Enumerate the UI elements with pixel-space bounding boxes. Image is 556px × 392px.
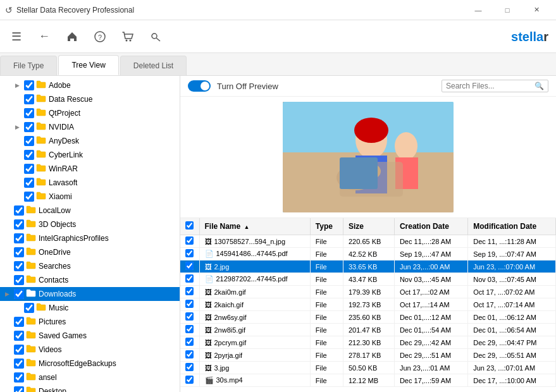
- sidebar-item-contacts[interactable]: Contacts: [0, 273, 180, 287]
- tree-check-downloads[interactable]: [14, 289, 24, 299]
- sidebar-item-anydesk[interactable]: AnyDesk: [0, 134, 180, 148]
- col-type[interactable]: Type: [310, 218, 343, 235]
- row-checkbox[interactable]: [185, 262, 194, 270]
- maximize-button[interactable]: □: [493, 0, 522, 20]
- sidebar-item-onedrive[interactable]: OneDrive: [0, 245, 180, 259]
- help-icon[interactable]: ?: [91, 28, 109, 46]
- sidebar-label-desktop: Desktop: [39, 387, 66, 392]
- row-checkbox[interactable]: [185, 274, 194, 283]
- key-icon[interactable]: [147, 28, 164, 46]
- tree-check-videos[interactable]: [14, 345, 24, 355]
- sidebar-item-searches[interactable]: Searches: [0, 259, 180, 273]
- sidebar-item-qtproject[interactable]: QtProject: [0, 106, 180, 120]
- row-checkbox[interactable]: [185, 325, 194, 333]
- col-name[interactable]: File Name ▲: [199, 218, 310, 235]
- tree-check-anydesk[interactable]: [24, 136, 34, 146]
- tree-check-nvidia[interactable]: [24, 122, 34, 132]
- sidebar-item-intel-profiles[interactable]: IntelGraphicsProfiles: [0, 231, 180, 245]
- table-row[interactable]: 🖼2nw8i5.gifFile201.47 KBDec 01,...:54 AM…: [180, 324, 556, 336]
- tree-check-pictures[interactable]: [14, 317, 24, 327]
- tree-check-qtproject[interactable]: [24, 108, 34, 118]
- row-checkbox[interactable]: [185, 338, 194, 346]
- minimize-button[interactable]: —: [464, 0, 493, 20]
- tree-check-cyberlink[interactable]: [24, 150, 34, 160]
- row-checkbox[interactable]: [185, 236, 194, 245]
- sidebar-item-adobe[interactable]: ▶ Adobe: [0, 78, 180, 92]
- tree-check-adobe[interactable]: [24, 80, 34, 90]
- tree-check-onedrive[interactable]: [14, 247, 24, 257]
- row-checkbox[interactable]: [185, 249, 194, 257]
- sidebar-item-xiaomi[interactable]: Xiaomi: [0, 190, 180, 204]
- tree-check-lavasoft[interactable]: [24, 178, 34, 188]
- sidebar-item-cyberlink[interactable]: CyberLink: [0, 148, 180, 162]
- row-checkbox[interactable]: [185, 300, 194, 308]
- col-created[interactable]: Creation Date: [394, 218, 467, 235]
- preview-img: [283, 102, 454, 212]
- tree-check-desktop[interactable]: [14, 386, 24, 392]
- table-row[interactable]: 📄145941486...47445.pdfFile42.52 KBSep 19…: [180, 248, 556, 260]
- table-row[interactable]: 📄212987202...47445.pdfFile43.47 KBNov 03…: [180, 273, 556, 286]
- row-created: Nov 03,...:45 AM: [394, 273, 467, 286]
- tree-check-intel-profiles[interactable]: [14, 233, 24, 243]
- preview-toggle[interactable]: [188, 80, 211, 92]
- sidebar-item-downloads[interactable]: ▶ Downloads: [0, 287, 180, 301]
- tab-deleted-list[interactable]: Deleted List: [120, 56, 187, 75]
- sidebar-item-3d-objects[interactable]: 3D Objects: [0, 217, 180, 231]
- table-row[interactable]: 🖼3.jpgFile50.50 KBJun 23,...:01 AMJun 23…: [180, 362, 556, 374]
- close-button[interactable]: ✕: [522, 0, 551, 20]
- hamburger-icon[interactable]: ☰: [8, 28, 25, 46]
- tree-check-contacts[interactable]: [14, 275, 24, 285]
- tree-check-music[interactable]: [24, 303, 34, 313]
- sidebar-item-locallow[interactable]: LocalLow: [0, 204, 180, 217]
- tab-tree-view[interactable]: Tree View: [58, 55, 118, 75]
- table-row[interactable]: 🎬30s.mp4File12.12 MBDec 17,...:59 AMDec …: [180, 374, 556, 387]
- table-row[interactable]: 🖼130758527...594_n.jpgFile220.65 KBDec 1…: [180, 235, 556, 248]
- sidebar-item-data-rescue[interactable]: Data Rescue: [0, 92, 180, 106]
- tree-check-saved-games[interactable]: [14, 331, 24, 341]
- row-checkbox[interactable]: [185, 376, 194, 384]
- sidebar-item-videos[interactable]: Videos: [0, 343, 180, 357]
- row-checkbox[interactable]: [185, 363, 194, 371]
- row-created: Oct 17,...:02 AM: [394, 286, 467, 298]
- sidebar-item-winrar[interactable]: WinRAR: [0, 162, 180, 176]
- sidebar-item-desktop[interactable]: Desktop: [0, 384, 180, 392]
- row-checkbox[interactable]: [185, 287, 194, 295]
- folder-icon-videos: [26, 345, 36, 355]
- home-icon[interactable]: [63, 28, 81, 46]
- tree-check-3d-objects[interactable]: [14, 219, 24, 230]
- sidebar-item-lavasoft[interactable]: Lavasoft: [0, 176, 180, 190]
- col-size[interactable]: Size: [343, 218, 395, 235]
- col-modified[interactable]: Modification Date: [468, 218, 556, 235]
- search-input[interactable]: [446, 82, 534, 90]
- row-checkbox[interactable]: [185, 350, 194, 358]
- tree-check-winrar[interactable]: [24, 164, 34, 174]
- table-row[interactable]: 🖼2pyrja.gifFile278.17 KBDec 29,...:51 AM…: [180, 349, 556, 362]
- table-row[interactable]: 🖼2kai0m.gifFile179.39 KBOct 17,...:02 AM…: [180, 286, 556, 298]
- svg-point-4: [152, 34, 157, 39]
- sidebar-label-3d-objects: 3D Objects: [39, 220, 76, 229]
- tree-check-data-rescue[interactable]: [24, 94, 34, 104]
- toolbar: ☰ ← ? stellar: [0, 20, 556, 53]
- sidebar-item-edge-backups[interactable]: MicrosoftEdgeBackups: [0, 357, 180, 371]
- sidebar-item-ansel[interactable]: ansel: [0, 371, 180, 384]
- row-checkbox[interactable]: [185, 312, 194, 321]
- app-title: Stellar Data Recovery Professional: [16, 6, 134, 15]
- sidebar-item-pictures[interactable]: Pictures: [0, 315, 180, 329]
- tree-check-locallow[interactable]: [14, 205, 24, 216]
- row-created: Dec 01,...:54 AM: [394, 324, 467, 336]
- cart-icon[interactable]: [119, 28, 137, 46]
- tree-check-ansel[interactable]: [14, 372, 24, 383]
- table-row[interactable]: 🖼2kaich.gifFile192.73 KBOct 17,...:14 AM…: [180, 298, 556, 311]
- table-row[interactable]: 🖼2.jpgFile33.65 KBJun 23,...:00 AMJun 23…: [180, 260, 556, 273]
- back-icon[interactable]: ←: [35, 28, 53, 46]
- sidebar-item-music[interactable]: Music: [0, 301, 180, 315]
- select-all-checkbox[interactable]: [185, 221, 194, 230]
- tree-check-xiaomi[interactable]: [24, 192, 34, 202]
- sidebar-item-saved-games[interactable]: Saved Games: [0, 329, 180, 343]
- table-row[interactable]: 🖼2pcrym.gifFile212.30 KBDec 29,...:42 AM…: [180, 336, 556, 349]
- table-row[interactable]: 🖼2nw6sy.gifFile235.60 KBDec 01,...:12 AM…: [180, 311, 556, 324]
- tree-check-edge-backups[interactable]: [14, 358, 24, 369]
- sidebar-item-nvidia[interactable]: ▶ NVIDIA: [0, 120, 180, 134]
- tab-file-type[interactable]: File Type: [0, 56, 57, 75]
- tree-check-searches[interactable]: [14, 261, 24, 271]
